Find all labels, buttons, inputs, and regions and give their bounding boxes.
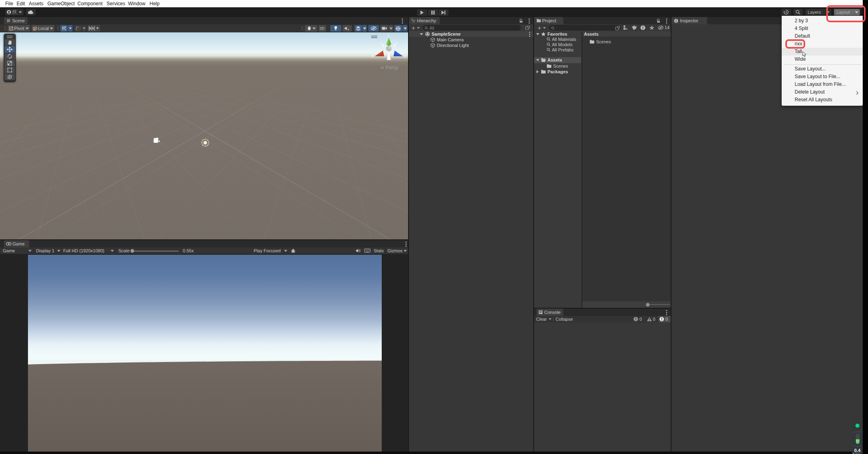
svg-text:y: y [388, 33, 390, 38]
svg-text:z: z [404, 54, 406, 58]
svg-text:x: x [372, 54, 374, 58]
